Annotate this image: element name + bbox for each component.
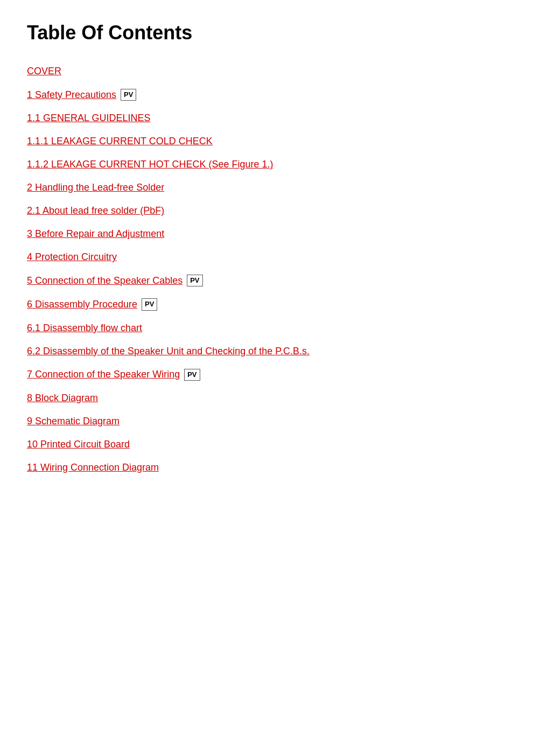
- toc-item-protection-circuitry: 4 Protection Circuitry: [27, 251, 507, 263]
- toc-link-disassembly-flow-chart[interactable]: 6.1 Disassembly flow chart: [27, 323, 142, 334]
- toc-item-disassembly-speaker-unit: 6.2 Disassembly of the Speaker Unit and …: [27, 346, 507, 357]
- toc-item-connection-speaker-cables: 5 Connection of the Speaker CablesPV: [27, 275, 507, 286]
- toc-item-general-guidelines: 1.1 GENERAL GUIDELINES: [27, 113, 507, 124]
- toc-link-disassembly-procedure[interactable]: 6 Disassembly Procedure: [27, 299, 137, 310]
- toc-link-printed-circuit-board[interactable]: 10 Printed Circuit Board: [27, 439, 130, 450]
- toc-item-before-repair: 3 Before Repair and Adjustment: [27, 228, 507, 240]
- page-title: Table Of Contents: [27, 22, 507, 44]
- toc-container: COVER1 Safety PrecautionsPV1.1 GENERAL G…: [27, 66, 507, 473]
- toc-item-lead-free-solder: 2 Handling the Lead-free Solder: [27, 182, 507, 193]
- toc-link-schematic-diagram[interactable]: 9 Schematic Diagram: [27, 416, 120, 427]
- pv-badge-safety-precautions: PV: [121, 89, 136, 101]
- toc-item-disassembly-procedure: 6 Disassembly ProcedurePV: [27, 298, 507, 310]
- toc-item-connection-speaker-wiring: 7 Connection of the Speaker WiringPV: [27, 369, 507, 381]
- toc-item-leakage-cold: 1.1.1 LEAKAGE CURRENT COLD CHECK: [27, 136, 507, 147]
- toc-link-disassembly-speaker-unit[interactable]: 6.2 Disassembly of the Speaker Unit and …: [27, 346, 310, 357]
- toc-link-protection-circuitry[interactable]: 4 Protection Circuitry: [27, 251, 117, 263]
- toc-item-schematic-diagram: 9 Schematic Diagram: [27, 416, 507, 427]
- toc-link-wiring-connection-diagram[interactable]: 11 Wiring Connection Diagram: [27, 462, 159, 473]
- toc-item-printed-circuit-board: 10 Printed Circuit Board: [27, 439, 507, 450]
- pv-badge-connection-speaker-cables: PV: [187, 275, 202, 286]
- toc-link-leakage-cold[interactable]: 1.1.1 LEAKAGE CURRENT COLD CHECK: [27, 136, 213, 147]
- toc-item-cover: COVER: [27, 66, 507, 77]
- toc-link-block-diagram[interactable]: 8 Block Diagram: [27, 393, 98, 404]
- toc-item-safety-precautions: 1 Safety PrecautionsPV: [27, 89, 507, 101]
- toc-link-general-guidelines[interactable]: 1.1 GENERAL GUIDELINES: [27, 113, 150, 124]
- toc-item-wiring-connection-diagram: 11 Wiring Connection Diagram: [27, 462, 507, 473]
- toc-link-before-repair[interactable]: 3 Before Repair and Adjustment: [27, 228, 164, 240]
- pv-badge-disassembly-procedure: PV: [142, 298, 157, 310]
- toc-item-about-lead-free: 2.1 About lead free solder (PbF): [27, 205, 507, 216]
- pv-badge-connection-speaker-wiring: PV: [184, 369, 200, 381]
- toc-link-cover[interactable]: COVER: [27, 66, 61, 77]
- toc-item-block-diagram: 8 Block Diagram: [27, 393, 507, 404]
- toc-link-lead-free-solder[interactable]: 2 Handling the Lead-free Solder: [27, 182, 164, 193]
- toc-link-leakage-hot[interactable]: 1.1.2 LEAKAGE CURRENT HOT CHECK (See Fig…: [27, 159, 273, 170]
- toc-link-connection-speaker-cables[interactable]: 5 Connection of the Speaker Cables: [27, 275, 182, 286]
- toc-link-about-lead-free[interactable]: 2.1 About lead free solder (PbF): [27, 205, 164, 216]
- toc-link-safety-precautions[interactable]: 1 Safety Precautions: [27, 89, 116, 101]
- toc-link-connection-speaker-wiring[interactable]: 7 Connection of the Speaker Wiring: [27, 369, 180, 380]
- toc-item-disassembly-flow-chart: 6.1 Disassembly flow chart: [27, 323, 507, 334]
- toc-item-leakage-hot: 1.1.2 LEAKAGE CURRENT HOT CHECK (See Fig…: [27, 159, 507, 170]
